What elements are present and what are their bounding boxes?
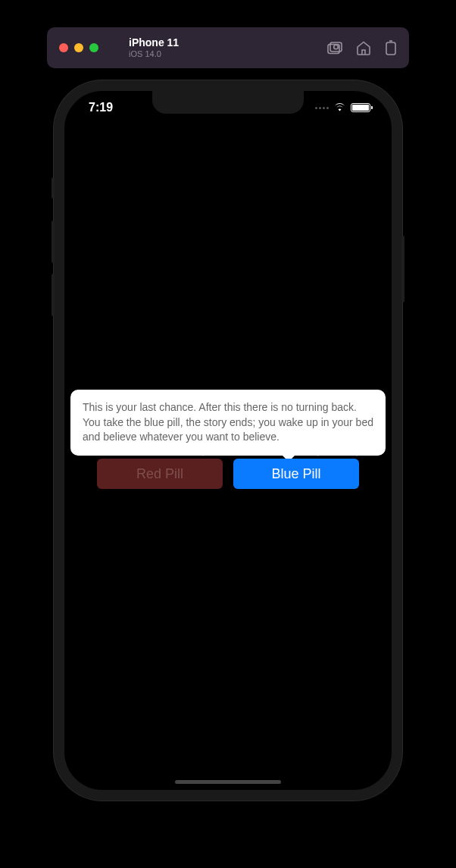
device-power-button	[401, 236, 404, 302]
red-pill-button[interactable]: Red Pill	[97, 459, 223, 489]
rotate-icon[interactable]	[385, 40, 397, 55]
device-notch	[152, 91, 304, 114]
device-frame: 7:19 Here is dif	[54, 80, 402, 801]
maximize-window-button[interactable]	[89, 43, 98, 52]
battery-icon	[351, 103, 370, 112]
pill-buttons-row: Red Pill Blue Pill	[64, 459, 392, 489]
status-time: 7:19	[89, 101, 113, 114]
os-version-label: iOS 14.0	[129, 49, 179, 59]
cellular-dots-icon	[315, 107, 329, 109]
minimize-window-button[interactable]	[74, 43, 83, 52]
home-indicator[interactable]	[175, 780, 281, 784]
device-volume-down	[52, 274, 55, 316]
device-mute-switch	[52, 177, 55, 199]
wifi-icon	[333, 101, 346, 114]
screenshot-icon[interactable]	[327, 42, 342, 55]
device-name-label: iPhone 11	[129, 36, 179, 49]
blue-pill-button[interactable]: Blue Pill	[233, 459, 359, 489]
device-volume-up	[52, 221, 55, 263]
tooltip-popover: This is your last chance. After this the…	[70, 390, 386, 456]
window-traffic-lights	[59, 43, 98, 52]
svg-point-2	[334, 45, 339, 49]
simulator-title-bar: iPhone 11 iOS 14.0	[47, 27, 409, 68]
svg-rect-3	[386, 42, 395, 55]
device-screen: 7:19 Here is dif	[64, 91, 392, 790]
simulator-toolbar	[327, 40, 397, 55]
status-indicators	[315, 101, 370, 114]
app-content: Here is different options to start your …	[64, 91, 392, 790]
simulator-title: iPhone 11 iOS 14.0	[129, 36, 179, 59]
home-icon[interactable]	[356, 41, 371, 55]
tooltip-text: This is your last chance. After this the…	[83, 400, 373, 445]
close-window-button[interactable]	[59, 43, 68, 52]
